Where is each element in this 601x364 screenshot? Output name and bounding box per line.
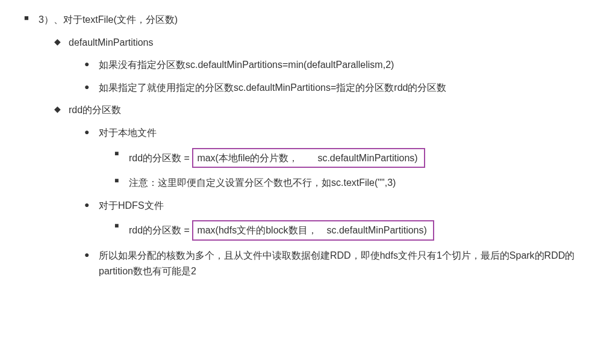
list-item-l3: ● 对于HDFS文件 (84, 198, 589, 214)
list-text: rdd的分区数 = max(hdfs文件的block数目， sc.default… (129, 220, 589, 241)
bullet-small-square-icon: ■ (114, 175, 129, 187)
list-item-l3: ● 所以如果分配的核数为多个，且从文件中读取数据创建RDD，即使hdfs文件只有… (84, 248, 589, 279)
bullet-square-icon: ■ (24, 12, 39, 25)
list-item-l3: ● 如果指定了就使用指定的分区数sc.defaultMinPartitions=… (84, 80, 589, 96)
list-item-l4: ■ rdd的分区数 = max(本地file的分片数， sc.defaultMi… (114, 148, 589, 168)
list-text: 如果没有指定分区数sc.defaultMinPartitions=min(def… (99, 57, 589, 73)
bullet-small-square-icon: ■ (114, 220, 129, 232)
list-item-l2: ◆ rdd的分区数 (54, 102, 589, 118)
list-item-l3: ● 如果没有指定分区数sc.defaultMinPartitions=min(d… (84, 57, 589, 73)
list-item-l3: ● 对于本地文件 (84, 125, 589, 141)
list-text: 所以如果分配的核数为多个，且从文件中读取数据创建RDD，即使hdfs文件只有1个… (99, 248, 589, 279)
list-text: defaultMinPartitions (69, 35, 589, 51)
highlight-box: max(hdfs文件的block数目， sc.defaultMinPartiti… (192, 220, 434, 241)
bullet-disc-icon: ● (84, 57, 99, 70)
list-text: rdd的分区数 (69, 102, 589, 118)
bullet-disc-icon: ● (84, 248, 99, 261)
formula-prefix: rdd的分区数 = (129, 223, 190, 238)
bullet-small-square-icon: ■ (114, 148, 129, 159)
bullet-disc-icon: ● (84, 198, 99, 211)
list-text: 如果指定了就使用指定的分区数sc.defaultMinPartitions=指定… (99, 80, 589, 96)
list-item-l1: ■ 3）、对于textFile(文件，分区数) (24, 12, 589, 28)
bullet-disc-icon: ● (84, 125, 99, 138)
formula-prefix: rdd的分区数 = (129, 150, 190, 166)
list-item-l4: ■ rdd的分区数 = max(hdfs文件的block数目， sc.defau… (114, 220, 589, 241)
list-text: 注意：这里即便自定义设置分区个数也不行，如sc.textFile("",3) (129, 175, 589, 191)
list-text: 对于HDFS文件 (99, 198, 589, 214)
highlight-box: max(本地file的分片数， sc.defaultMinPartitions) (192, 148, 425, 168)
bullet-diamond-icon: ◆ (54, 35, 69, 48)
list-item-l2: ◆ defaultMinPartitions (54, 35, 589, 51)
list-item-l4: ■ 注意：这里即便自定义设置分区个数也不行，如sc.textFile("",3) (114, 175, 589, 191)
list-text: 对于本地文件 (99, 125, 589, 141)
list-text: rdd的分区数 = max(本地file的分片数， sc.defaultMinP… (129, 148, 589, 168)
bullet-diamond-icon: ◆ (54, 102, 69, 116)
bullet-disc-icon: ● (84, 80, 99, 93)
list-text: 3）、对于textFile(文件，分区数) (39, 12, 589, 28)
